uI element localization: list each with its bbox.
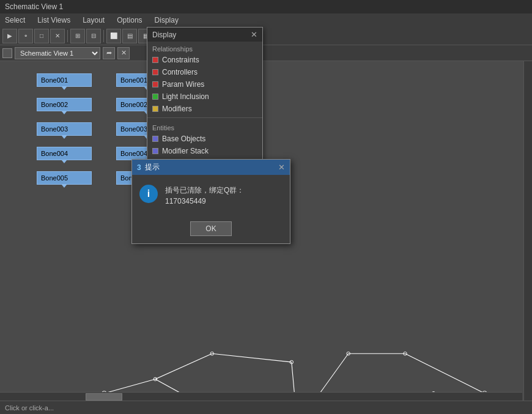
view-close-btn[interactable]: ✕ bbox=[117, 47, 130, 59]
param-wires-color bbox=[152, 81, 158, 87]
view-bar: Schematic View 1 ➦ ✕ bbox=[0, 45, 532, 61]
dialog-title-text: 提示 bbox=[145, 162, 160, 172]
bone-node-1-3[interactable]: Bone003 bbox=[37, 122, 92, 136]
tool-close[interactable]: ✕ bbox=[50, 29, 65, 43]
modifier-stack-color bbox=[152, 148, 158, 154]
title-bar: Schematic View 1 bbox=[0, 0, 532, 13]
tool-align-center[interactable]: ▤ bbox=[122, 29, 137, 43]
main-window: Schematic View 1 Select List Views Layou… bbox=[0, 0, 532, 414]
horizontal-scrollbar[interactable] bbox=[0, 392, 522, 401]
menu-layout[interactable]: Layout bbox=[80, 15, 107, 26]
menu-param-wires[interactable]: Param Wires bbox=[147, 78, 262, 91]
relationships-label: Relationships bbox=[147, 42, 262, 54]
toolbar: ▶ ⚬ □ ✕ ⊞ ⊟ ⬜ ▤ ▦ ⬛ ▥ ▣ bbox=[0, 27, 532, 45]
entities-label: Entities bbox=[147, 120, 262, 133]
svg-line-2 bbox=[212, 353, 292, 362]
svg-line-0 bbox=[104, 379, 155, 393]
menu-constraints[interactable]: Constraints bbox=[147, 54, 262, 66]
dialog-title-num: 3 bbox=[137, 163, 141, 172]
menu-controllers[interactable]: Controllers bbox=[147, 66, 262, 78]
bone-node-1-5[interactable]: Bone005 bbox=[37, 171, 92, 185]
tool-arrow[interactable]: ▶ bbox=[2, 29, 17, 43]
bone-node-1-1[interactable]: Bone001 bbox=[37, 73, 92, 87]
schematic-view-dropdown[interactable]: Schematic View 1 bbox=[15, 47, 100, 59]
modifiers-color bbox=[152, 106, 158, 112]
dialog-ok-button[interactable]: OK bbox=[190, 221, 231, 236]
bone-node-1-2[interactable]: Bone002 bbox=[37, 98, 92, 111]
display-menu-title: Display ✕ bbox=[147, 28, 262, 42]
controllers-color bbox=[152, 69, 158, 75]
vertical-scrollbar[interactable] bbox=[523, 61, 532, 401]
base-objects-color bbox=[152, 136, 158, 142]
menu-display[interactable]: Display bbox=[152, 15, 181, 26]
menu-light-inclusion[interactable]: Light Inclusion bbox=[147, 91, 262, 103]
status-text: Click or click-a... bbox=[5, 404, 54, 412]
svg-line-1 bbox=[155, 353, 212, 379]
tool-align-left[interactable]: ⬜ bbox=[106, 29, 121, 43]
dialog-close-btn[interactable]: ✕ bbox=[278, 163, 285, 172]
separator-1 bbox=[67, 30, 68, 42]
menu-base-objects[interactable]: Base Objects bbox=[147, 133, 262, 145]
h-scroll-thumb[interactable] bbox=[86, 393, 122, 401]
separator-2 bbox=[103, 30, 104, 42]
info-icon: i bbox=[139, 185, 158, 203]
menu-divider bbox=[147, 117, 262, 118]
tool-expand[interactable]: ⊞ bbox=[70, 29, 85, 43]
tool-connect[interactable]: ⚬ bbox=[18, 29, 33, 43]
tool-select-rect[interactable]: □ bbox=[34, 29, 49, 43]
status-bar: Click or click-a... bbox=[0, 401, 532, 414]
display-menu-label: Display bbox=[152, 31, 176, 39]
constraints-color bbox=[152, 57, 158, 63]
bone-node-1-4[interactable]: Bone004 bbox=[37, 147, 92, 160]
dialog-footer: OK bbox=[132, 216, 290, 243]
dialog-title-bar: 3 提示 ✕ bbox=[132, 160, 290, 175]
window-title: Schematic View 1 bbox=[5, 2, 63, 11]
display-menu-close[interactable]: ✕ bbox=[251, 30, 257, 39]
menu-list-views[interactable]: List Views bbox=[35, 15, 73, 26]
svg-line-6 bbox=[405, 353, 485, 393]
menu-bar: Select List Views Layout Options Display bbox=[0, 13, 532, 27]
display-menu: Display ✕ Relationships Constraints Cont… bbox=[147, 27, 263, 170]
dialog-box: 3 提示 ✕ i 插号已清除，绑定Q群：1170345449 OK bbox=[131, 159, 290, 244]
dialog-body: i 插号已清除，绑定Q群：1170345449 bbox=[132, 175, 290, 216]
tool-collapse[interactable]: ⊟ bbox=[86, 29, 101, 43]
menu-modifier-stack[interactable]: Modifier Stack bbox=[147, 145, 262, 157]
dialog-message: 插号已清除，绑定Q群：1170345449 bbox=[165, 185, 283, 207]
light-inclusion-color bbox=[152, 94, 158, 100]
menu-options[interactable]: Options bbox=[114, 15, 144, 26]
view-lock-btn[interactable]: ➦ bbox=[103, 47, 115, 59]
menu-modifiers[interactable]: Modifiers bbox=[147, 103, 262, 115]
menu-select[interactable]: Select bbox=[2, 15, 28, 26]
view-checkbox[interactable] bbox=[2, 48, 12, 58]
